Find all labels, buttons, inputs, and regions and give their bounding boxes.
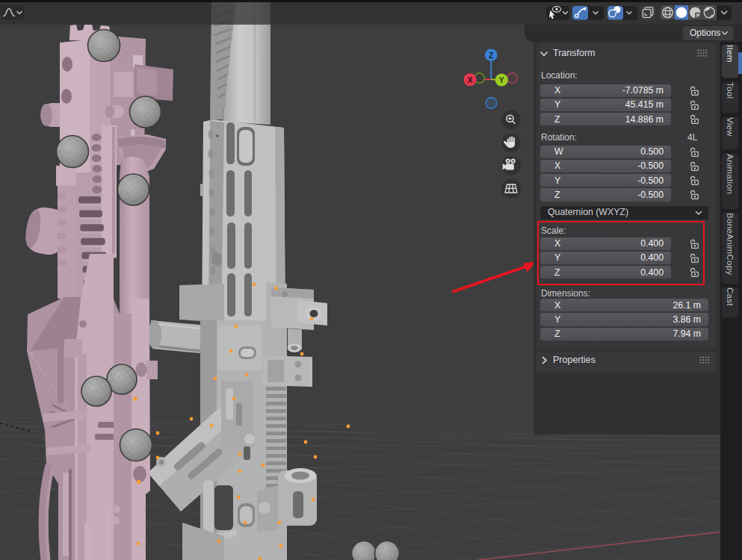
- svg-text:X: X: [467, 75, 472, 84]
- svg-text:Z: Z: [489, 51, 494, 60]
- svg-text:Y: Y: [499, 75, 504, 84]
